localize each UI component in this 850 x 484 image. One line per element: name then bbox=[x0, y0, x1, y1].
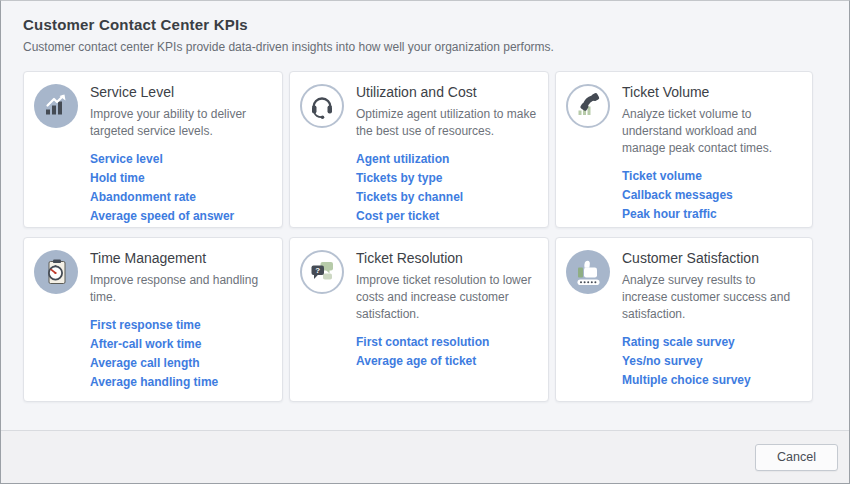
card-title: Ticket Volume bbox=[622, 84, 802, 100]
kpi-card-customer-satisfaction: Customer Satisfaction Analyze survey res… bbox=[555, 237, 813, 402]
kpi-link-yes-no-survey[interactable]: Yes/no survey bbox=[622, 355, 802, 367]
svg-text:?: ? bbox=[315, 266, 320, 275]
kpi-link-list: Ticket volume Callback messages Peak hou… bbox=[622, 170, 802, 220]
kpi-card-time-management: Time Management Improve response and han… bbox=[23, 237, 283, 402]
speech-bubbles-icon: ? bbox=[300, 250, 344, 294]
kpi-link-agent-utilization[interactable]: Agent utilization bbox=[356, 153, 538, 165]
card-description: Improve response and handling time. bbox=[90, 272, 272, 306]
thumbs-up-icon bbox=[566, 250, 610, 294]
card-title: Customer Satisfaction bbox=[622, 250, 802, 266]
kpi-link-after-call-work-time[interactable]: After-call work time bbox=[90, 338, 272, 350]
kpi-link-cost-per-ticket[interactable]: Cost per ticket bbox=[356, 210, 538, 222]
kpi-link-list: Service level Hold time Abandonment rate… bbox=[90, 153, 272, 222]
kpi-link-average-speed-of-answer[interactable]: Average speed of answer bbox=[90, 210, 272, 222]
card-title: Ticket Resolution bbox=[356, 250, 538, 266]
stopwatch-clipboard-icon bbox=[34, 250, 78, 294]
page-subtitle: Customer contact center KPIs provide dat… bbox=[23, 40, 827, 54]
page-title: Customer Contact Center KPIs bbox=[23, 16, 827, 33]
kpi-link-rating-scale-survey[interactable]: Rating scale survey bbox=[622, 336, 802, 348]
kpi-link-first-contact-resolution[interactable]: First contact resolution bbox=[356, 336, 538, 348]
kpi-link-multiple-choice-survey[interactable]: Multiple choice survey bbox=[622, 374, 802, 386]
kpi-link-peak-hour-traffic[interactable]: Peak hour traffic bbox=[622, 208, 802, 220]
headset-icon bbox=[300, 84, 344, 128]
kpi-cards-grid: Service Level Improve your ability to de… bbox=[23, 71, 849, 402]
kpi-link-tickets-by-type[interactable]: Tickets by type bbox=[356, 172, 538, 184]
kpi-link-ticket-volume[interactable]: Ticket volume bbox=[622, 170, 802, 182]
card-description: Improve your ability to deliver targeted… bbox=[90, 106, 272, 140]
card-description: Analyze survey results to increase custo… bbox=[622, 272, 802, 323]
kpi-link-first-response-time[interactable]: First response time bbox=[90, 319, 272, 331]
kpi-link-list: Agent utilization Tickets by type Ticket… bbox=[356, 153, 538, 222]
kpi-card-ticket-volume: Ticket Volume Analyze ticket volume to u… bbox=[555, 71, 813, 228]
kpi-link-service-level[interactable]: Service level bbox=[90, 153, 272, 165]
kpi-link-list: First response time After-call work time… bbox=[90, 319, 272, 388]
kpi-picker-dialog: Customer Contact Center KPIs Customer co… bbox=[0, 0, 850, 484]
dialog-header: Customer Contact Center KPIs Customer co… bbox=[1, 1, 849, 54]
card-title: Utilization and Cost bbox=[356, 84, 538, 100]
kpi-link-average-call-length[interactable]: Average call length bbox=[90, 357, 272, 369]
card-description: Optimize agent utilization to make the b… bbox=[356, 106, 538, 140]
kpi-card-utilization-and-cost: Utilization and Cost Optimize agent util… bbox=[289, 71, 549, 228]
kpi-card-ticket-resolution: ? Ticket Resolution Improve ticket resol… bbox=[289, 237, 549, 402]
kpi-link-hold-time[interactable]: Hold time bbox=[90, 172, 272, 184]
card-title: Time Management bbox=[90, 250, 272, 266]
kpi-link-abandonment-rate[interactable]: Abandonment rate bbox=[90, 191, 272, 203]
kpi-link-callback-messages[interactable]: Callback messages bbox=[622, 189, 802, 201]
cancel-button[interactable]: Cancel bbox=[755, 444, 838, 471]
dialog-footer: Cancel bbox=[1, 430, 849, 483]
bar-chart-trend-icon bbox=[34, 84, 78, 128]
kpi-link-tickets-by-channel[interactable]: Tickets by channel bbox=[356, 191, 538, 203]
card-description: Analyze ticket volume to understand work… bbox=[622, 106, 802, 157]
phone-handset-icon bbox=[566, 84, 610, 128]
card-title: Service Level bbox=[90, 84, 272, 100]
kpi-card-service-level: Service Level Improve your ability to de… bbox=[23, 71, 283, 228]
card-description: Improve ticket resolution to lower costs… bbox=[356, 272, 538, 323]
kpi-link-average-handling-time[interactable]: Average handling time bbox=[90, 376, 272, 388]
kpi-link-list: Rating scale survey Yes/no survey Multip… bbox=[622, 336, 802, 386]
kpi-link-list: First contact resolution Average age of … bbox=[356, 336, 538, 367]
kpi-link-average-age-of-ticket[interactable]: Average age of ticket bbox=[356, 355, 538, 367]
